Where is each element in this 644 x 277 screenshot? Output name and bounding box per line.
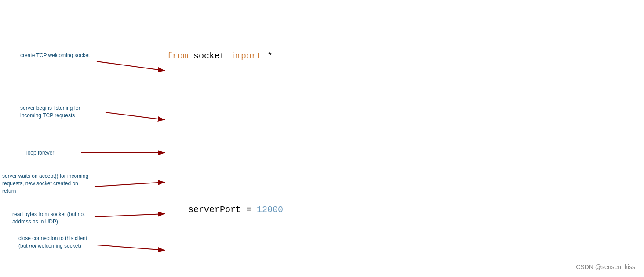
annotation-6: close connection to this client (but not… <box>18 235 93 250</box>
arrow-4 <box>95 182 165 187</box>
annotation-2: server begins listening for incoming TCP… <box>20 104 97 119</box>
keyword-import: import <box>230 48 262 64</box>
code-text: serverPort = <box>167 202 257 217</box>
arrow-1 <box>97 61 165 71</box>
code-line-1: from socket import * <box>167 48 457 64</box>
code-line-3: serverPort = 12000 <box>167 202 457 217</box>
code-line-2 <box>167 125 457 140</box>
arrow-5 <box>95 214 165 217</box>
code-number: 12000 <box>257 202 283 217</box>
annotation-4: server waits on accept() for incoming re… <box>2 173 90 194</box>
annotation-3: loop forever <box>26 149 79 157</box>
watermark: CSDN @sensen_kiss <box>576 263 635 270</box>
arrow-6 <box>97 245 165 250</box>
keyword-from: from <box>167 48 188 64</box>
code-block: from socket import * serverPort = 12000 … <box>167 2 457 277</box>
code-text: socket <box>188 48 230 64</box>
main-container: from socket import * serverPort = 12000 … <box>0 0 644 277</box>
code-text: * <box>262 48 273 64</box>
annotation-1: create TCP welcoming socket <box>20 52 93 59</box>
arrow-2 <box>106 112 165 120</box>
annotation-5: read bytes from socket (but not address … <box>12 211 89 226</box>
